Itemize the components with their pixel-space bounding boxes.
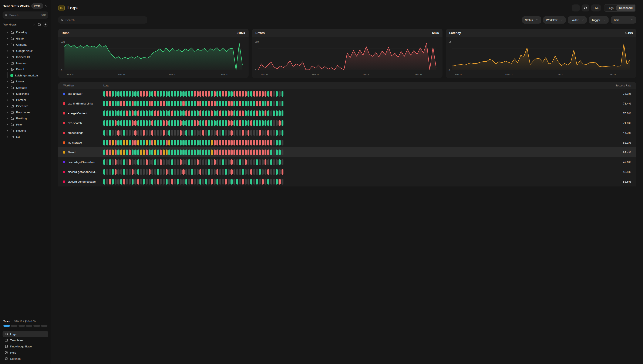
run-bar[interactable] xyxy=(140,120,142,126)
run-bar[interactable] xyxy=(256,179,258,184)
run-bar[interactable] xyxy=(143,120,145,126)
run-bar[interactable] xyxy=(197,91,198,97)
run-bar[interactable] xyxy=(199,101,201,106)
run-bar[interactable] xyxy=(282,110,283,116)
run-bar[interactable] xyxy=(126,120,128,126)
run-bar[interactable] xyxy=(239,120,241,126)
run-bar[interactable] xyxy=(199,140,201,146)
run-bar[interactable] xyxy=(103,110,105,116)
run-bar[interactable] xyxy=(191,140,193,146)
run-bar[interactable] xyxy=(273,101,275,106)
run-bar[interactable] xyxy=(267,169,269,175)
run-bar[interactable] xyxy=(191,150,193,155)
run-bar[interactable] xyxy=(205,179,207,184)
run-bar[interactable] xyxy=(163,159,165,165)
run-bar[interactable] xyxy=(245,179,247,184)
run-bar[interactable] xyxy=(129,150,131,155)
run-bar[interactable] xyxy=(225,140,227,146)
run-bar[interactable] xyxy=(282,91,283,97)
run-bar[interactable] xyxy=(279,159,281,165)
more-options-button[interactable] xyxy=(572,4,580,12)
run-bar[interactable] xyxy=(236,130,238,136)
run-bar[interactable] xyxy=(137,140,139,146)
run-bar[interactable] xyxy=(214,130,216,136)
run-bar[interactable] xyxy=(205,150,207,155)
run-bar[interactable] xyxy=(194,101,196,106)
run-bar[interactable] xyxy=(120,169,122,175)
run-bar[interactable] xyxy=(182,159,184,165)
run-bar[interactable] xyxy=(109,120,111,126)
run-bar[interactable] xyxy=(143,110,145,116)
run-bar[interactable] xyxy=(253,101,255,106)
run-bar[interactable] xyxy=(228,179,230,184)
run-bar[interactable] xyxy=(143,140,145,146)
run-bar[interactable] xyxy=(199,130,201,136)
sidebar-folder-posthog[interactable]: Posthog xyxy=(3,115,48,122)
run-bar[interactable] xyxy=(236,91,238,97)
run-bar[interactable] xyxy=(239,91,241,97)
run-bar[interactable] xyxy=(120,91,122,97)
run-bar[interactable] xyxy=(177,91,179,97)
run-bar[interactable] xyxy=(222,101,224,106)
run-bar[interactable] xyxy=(182,101,184,106)
run-bar[interactable] xyxy=(211,140,213,146)
run-bar[interactable] xyxy=(205,110,207,116)
run-bar[interactable] xyxy=(103,130,105,136)
run-bar[interactable] xyxy=(134,110,136,116)
run-bar[interactable] xyxy=(171,140,173,146)
sidebar-search-input[interactable] xyxy=(9,14,40,17)
run-bar[interactable] xyxy=(259,150,261,155)
run-bar[interactable] xyxy=(106,101,108,106)
run-bar[interactable] xyxy=(265,101,266,106)
run-bar[interactable] xyxy=(270,91,272,97)
run-bar[interactable] xyxy=(270,140,272,146)
run-bar[interactable] xyxy=(132,159,134,165)
run-bar[interactable] xyxy=(231,150,233,155)
run-bar[interactable] xyxy=(146,110,148,116)
run-bar[interactable] xyxy=(202,130,204,136)
run-bar[interactable] xyxy=(199,150,201,155)
logs-search-input[interactable] xyxy=(66,18,145,22)
run-bar[interactable] xyxy=(202,169,204,175)
run-bar[interactable] xyxy=(234,169,235,175)
run-bar[interactable] xyxy=(225,101,227,106)
run-bar[interactable] xyxy=(120,101,122,106)
run-bar[interactable] xyxy=(149,120,150,126)
run-bar[interactable] xyxy=(217,120,218,126)
run-bar[interactable] xyxy=(140,150,142,155)
run-bar[interactable] xyxy=(177,140,179,146)
run-bar[interactable] xyxy=(151,140,153,146)
run-bar[interactable] xyxy=(245,159,247,165)
run-bar[interactable] xyxy=(112,91,114,97)
run-bar[interactable] xyxy=(214,179,216,184)
run-bar[interactable] xyxy=(202,159,204,165)
run-bar[interactable] xyxy=(267,150,269,155)
run-bar[interactable] xyxy=(157,140,159,146)
run-bar[interactable] xyxy=(202,179,204,184)
sidebar-item-help[interactable]: Help xyxy=(3,350,48,356)
run-bar[interactable] xyxy=(234,110,235,116)
run-bar[interactable] xyxy=(123,120,125,126)
run-bar[interactable] xyxy=(217,150,218,155)
run-bar[interactable] xyxy=(180,130,182,136)
run-bar[interactable] xyxy=(265,130,266,136)
run-bar[interactable] xyxy=(134,120,136,126)
run-bar[interactable] xyxy=(199,179,201,184)
run-bar[interactable] xyxy=(217,169,218,175)
run-bar[interactable] xyxy=(273,150,275,155)
run-bar[interactable] xyxy=(166,169,167,175)
chevron-right-icon[interactable] xyxy=(6,130,9,132)
run-bar[interactable] xyxy=(208,110,210,116)
chevron-right-icon[interactable] xyxy=(6,87,9,89)
run-bar[interactable] xyxy=(219,150,221,155)
run-bar[interactable] xyxy=(208,101,210,106)
run-bar[interactable] xyxy=(239,169,241,175)
run-bar[interactable] xyxy=(191,91,193,97)
run-bar[interactable] xyxy=(279,169,281,175)
run-bar[interactable] xyxy=(253,179,255,184)
run-bar[interactable] xyxy=(276,110,278,116)
run-bar[interactable] xyxy=(174,120,176,126)
sidebar-item-knowledge-base[interactable]: Knowledge Base xyxy=(3,344,48,349)
run-bar[interactable] xyxy=(228,159,230,165)
run-bar[interactable] xyxy=(276,140,278,146)
